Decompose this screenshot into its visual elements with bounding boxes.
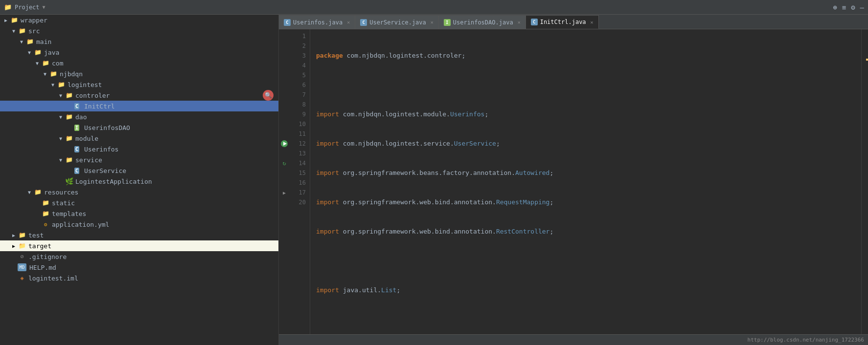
line-numbers: 1 2 3 4 5 6 7 8 9 10 11 12 13 14 15 16 1: [290, 29, 310, 334]
tab-InitCtrl[interactable]: C InitCtrl.java ✕: [526, 15, 599, 29]
run-icon[interactable]: [281, 140, 288, 147]
folder-icon: 📁: [57, 81, 66, 88]
folder-icon: 📁: [33, 48, 42, 56]
tree-item-label: controler: [75, 92, 110, 99]
refresh-icon[interactable]: ↻: [282, 160, 286, 167]
gutter-slot-12[interactable]: [279, 139, 290, 149]
code-line-2: [316, 80, 861, 90]
tree-item-label: .gitignore: [28, 253, 67, 260]
tree-item-label: java: [44, 49, 59, 56]
scroll-marker: [866, 59, 868, 61]
sidebar-item-application-yml[interactable]: ⚙ application.yml: [0, 219, 278, 230]
tab-close-icon[interactable]: ✕: [431, 20, 434, 25]
right-scrollbar[interactable]: [861, 29, 868, 334]
tree-item-label: logintest: [68, 81, 102, 88]
sidebar-item-service[interactable]: ▼ 📁 service: [0, 154, 278, 165]
line-num-7: 7: [290, 90, 306, 100]
tab-label: UserService.java: [369, 19, 426, 26]
sidebar-item-test[interactable]: ▶ 📁 test: [0, 230, 278, 240]
tree-item-label: application.yml: [52, 221, 109, 228]
sidebar-item-resources[interactable]: ▼ 📁 resources: [0, 187, 278, 197]
sidebar-item-InitCtrl[interactable]: C InitCtrl: [0, 101, 278, 111]
tab-bar: C Userinfos.java ✕ C UserService.java ✕ …: [279, 15, 868, 29]
tab-label: InitCtrl.java: [540, 19, 586, 25]
gutter-slot-7: [279, 90, 290, 100]
sidebar-item-UserService[interactable]: C UserService: [0, 165, 278, 176]
code-line-5: import org.springframework.beans.factory…: [316, 168, 861, 178]
line-num-3: 3: [290, 51, 306, 61]
tab-label: Userinfos.java: [293, 19, 343, 26]
tab-Userinfos[interactable]: C Userinfos.java ✕: [279, 15, 355, 29]
sidebar-item-module[interactable]: ▼ 📁 module: [0, 133, 278, 144]
tab-UserService[interactable]: C UserService.java ✕: [355, 15, 439, 29]
code-editor[interactable]: ↻ ▶ 1 2 3 4 5 6 7: [279, 29, 868, 334]
project-label: Project: [15, 4, 40, 11]
sidebar-item-main[interactable]: ▼ 📁 main: [0, 36, 278, 47]
line-num-14: 14: [290, 158, 306, 168]
gutter-slot-1: [279, 31, 290, 41]
folder-icon: 📁: [65, 91, 73, 99]
sidebar-item-logintest-iml[interactable]: ◈ logintest.iml: [0, 273, 278, 283]
sidebar-item-logintest[interactable]: ▼ 📁 logintest: [0, 79, 278, 90]
expand-arrow: ▼: [57, 136, 65, 141]
sidebar-item-src[interactable]: ▼ 📁 src: [0, 25, 278, 36]
spring-app-icon: 🌿: [65, 177, 73, 185]
line-num-8: 8: [290, 100, 306, 109]
line-num-1: 1: [290, 31, 306, 41]
sidebar-item-UserinfosDAO[interactable]: I UserinfosDAO: [0, 122, 278, 133]
sidebar-item-java[interactable]: ▼ 📁 java: [0, 47, 278, 58]
sidebar-item-dao[interactable]: ▼ 📁 dao: [0, 111, 278, 122]
sidebar-item-wrapper[interactable]: ▶ 📁 wrapper: [0, 15, 278, 25]
folder-icon: 📁: [18, 242, 26, 250]
tree-item-label: src: [28, 27, 40, 35]
tab-close-icon[interactable]: ✕: [518, 20, 521, 25]
tree-item-label: test: [28, 232, 44, 239]
sidebar-item-helpmd[interactable]: MD HELP.md: [0, 262, 278, 273]
tree-item-label: wrapper: [21, 17, 47, 24]
expand-arrow: ▼: [57, 114, 65, 120]
sidebar-item-gitignore[interactable]: ⊘ .gitignore: [0, 251, 278, 262]
code-line-9: import java.util.List;: [316, 285, 861, 295]
line-num-4: 4: [290, 61, 306, 70]
code-content[interactable]: package com.njbdqn.logintest.controler; …: [310, 29, 861, 334]
tree-item-label: target: [28, 242, 51, 250]
folder-icon: 📁: [65, 113, 73, 121]
tree-item-label: module: [75, 135, 98, 142]
gutter-slot-15: [279, 168, 290, 178]
gear-icon[interactable]: ⚙: [851, 3, 855, 11]
tab-close-icon[interactable]: ✕: [591, 20, 594, 25]
sidebar-item-com[interactable]: ▼ 📁 com: [0, 58, 278, 68]
tab-UserinfosDAO[interactable]: I UserinfosDAO.java ✕: [439, 15, 526, 29]
tree-item-label: Userinfos: [84, 146, 118, 153]
sidebar-item-Userinfos[interactable]: C Userinfos: [0, 144, 278, 154]
minimize-icon[interactable]: —: [860, 3, 864, 11]
folder-icon: 📁: [18, 27, 26, 35]
gutter-slot-17[interactable]: ▶: [279, 188, 290, 197]
collapse-icon[interactable]: ≡: [842, 3, 846, 11]
tree-item-label: HELP.md: [29, 264, 56, 271]
expand-arrow: ▼: [10, 28, 18, 34]
search-overlay-icon[interactable]: 🔍: [263, 90, 274, 101]
sidebar-item-templates[interactable]: 📁 templates: [0, 208, 278, 219]
expand-arrow: ▼: [33, 61, 41, 66]
settings-icon[interactable]: ⊕: [833, 3, 837, 11]
sidebar-item-controler[interactable]: ▼ 📁 controler 🔍: [0, 90, 278, 101]
tab-label: UserinfosDAO.java: [453, 19, 513, 26]
code-line-8: [316, 256, 861, 266]
project-dropdown-icon[interactable]: ▼: [43, 4, 46, 10]
gutter-slot-14[interactable]: ↻: [279, 158, 290, 168]
gutter-slot-16: [279, 178, 290, 188]
line-num-15: 15: [290, 168, 306, 178]
line-num-5: 5: [290, 70, 306, 80]
gutter-slot-2: [279, 41, 290, 51]
sidebar-item-static[interactable]: 📁 static: [0, 197, 278, 208]
sidebar-item-target[interactable]: ▶ 📁 target: [0, 240, 278, 251]
java-class-icon: C: [72, 167, 81, 174]
tab-close-icon[interactable]: ✕: [347, 20, 350, 25]
sidebar-item-LogintestApplication[interactable]: 🌿 LogintestApplication: [0, 176, 278, 187]
folder-icon: 📁: [25, 38, 34, 45]
line-num-11: 11: [290, 129, 306, 139]
sidebar-item-njbdqn[interactable]: ▼ 📁 njbdqn: [0, 68, 278, 79]
fold-icon[interactable]: ▶: [283, 190, 286, 195]
code-line-4: import com.njbdqn.logintest.service.User…: [316, 139, 861, 149]
